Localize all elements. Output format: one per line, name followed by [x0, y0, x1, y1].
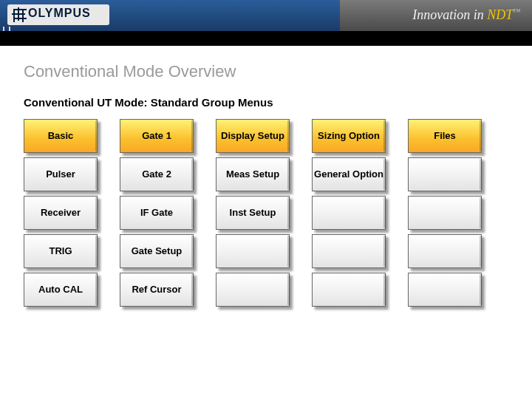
- menu-item[interactable]: Ref Cursor: [120, 273, 194, 307]
- menu-item[interactable]: Receiver: [24, 196, 98, 230]
- menu-grid: BasicPulserReceiverTRIGAuto CALGate 1Gat…: [24, 119, 510, 307]
- menu-item-empty: [408, 234, 482, 268]
- menu-item-empty: [216, 234, 290, 268]
- menu-item[interactable]: IF Gate: [120, 196, 194, 230]
- menu-group-header[interactable]: Files: [408, 119, 482, 153]
- menu-item[interactable]: TRIG: [24, 234, 98, 268]
- menu-item[interactable]: Auto CAL: [24, 273, 98, 307]
- brand-name: OLYMPUS: [28, 7, 91, 20]
- menu-group-header[interactable]: Basic: [24, 119, 98, 153]
- menu-group-header[interactable]: Gate 1: [120, 119, 194, 153]
- menu-item-empty: [408, 273, 482, 307]
- menu-item[interactable]: Gate 2: [120, 157, 194, 191]
- menu-item-empty: [312, 273, 386, 307]
- header-tagline: Innovation in NDT™: [412, 7, 520, 23]
- slide-content: Conventional Mode Overview Conventional …: [0, 46, 532, 307]
- menu-item-empty: [408, 157, 482, 191]
- menu-item[interactable]: Inst Setup: [216, 196, 290, 230]
- brand-burst-icon: [12, 7, 25, 21]
- menu-item-empty: [216, 273, 290, 307]
- menu-column: Sizing OptionGeneral Option: [312, 119, 386, 307]
- menu-column: BasicPulserReceiverTRIGAuto CAL: [24, 119, 98, 307]
- menu-item[interactable]: Pulser: [24, 157, 98, 191]
- menu-group-header[interactable]: Sizing Option: [312, 119, 386, 153]
- brand-logo: OLYMPUS: [7, 4, 109, 25]
- app-header: OLYMPUS Innovation in NDT™: [0, 0, 532, 46]
- page-subtitle: Conventional UT Mode: Standard Group Men…: [24, 96, 510, 109]
- menu-group-header[interactable]: Display Setup: [216, 119, 290, 153]
- menu-item[interactable]: Gate Setup: [120, 234, 194, 268]
- tagline-tm: ™: [513, 7, 520, 16]
- menu-column: Files: [408, 119, 482, 307]
- menu-item-empty: [408, 196, 482, 230]
- menu-item[interactable]: General Option: [312, 157, 386, 191]
- tagline-prefix: Innovation in: [412, 7, 487, 22]
- menu-column: Gate 1Gate 2IF GateGate SetupRef Cursor: [120, 119, 194, 307]
- page-title: Conventional Mode Overview: [24, 62, 510, 81]
- tagline-highlight: NDT: [487, 7, 513, 22]
- menu-item[interactable]: Meas Setup: [216, 157, 290, 191]
- menu-column: Display SetupMeas SetupInst Setup: [216, 119, 290, 307]
- menu-item-empty: [312, 196, 386, 230]
- menu-item-empty: [312, 234, 386, 268]
